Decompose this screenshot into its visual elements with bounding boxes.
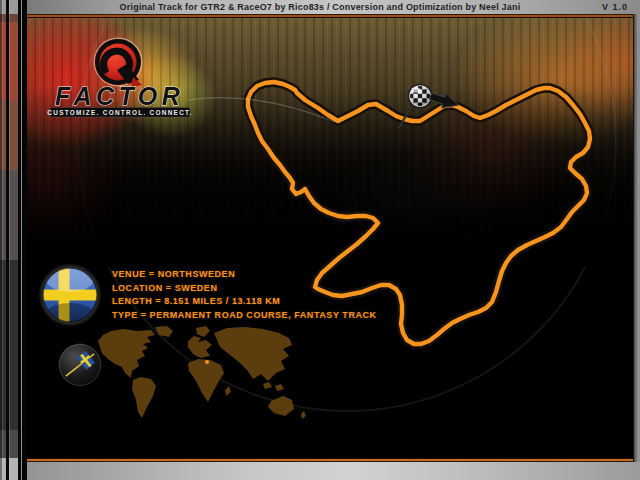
info-line-length: LENGTH = 8.151 MILES / 13.118 KM (112, 295, 377, 309)
right-rail (633, 14, 640, 462)
logo-circle (94, 38, 142, 87)
world-map (95, 326, 335, 426)
bottom-divider-line (0, 458, 640, 462)
info-line-location: LOCATION = SWEDEN (112, 282, 377, 296)
continent-europe (188, 336, 212, 358)
top-divider-line (0, 14, 640, 18)
continent-africa (188, 359, 224, 402)
logo-swoosh (188, 98, 335, 122)
island-newzealand (301, 411, 306, 419)
rfactor-logo: FACTOR CUSTOMIZE. CONTROL. CONNECT. (0, 0, 340, 140)
info-line-type: TYPE = PERMANENT ROAD COURSE, FANTASY TR… (112, 309, 377, 323)
continent-scandinavia (196, 326, 210, 337)
continent-greenland (155, 326, 173, 337)
bottom-bar (0, 462, 640, 480)
info-line-venue: VENUE = NORTHSWEDEN (112, 268, 377, 282)
island-newguinea (275, 384, 284, 391)
top-bar: Original Track for GTR2 & RaceO7 by Rico… (0, 0, 640, 14)
title-text: Original Track for GTR2 & RaceO7 by Rico… (120, 2, 521, 12)
continent-north-america (98, 329, 155, 378)
logo-tagline-ribbon: CUSTOMIZE. CONTROL. CONNECT. (47, 108, 192, 118)
version-text: V 1.0 (602, 2, 628, 12)
logo-brand-text: FACTOR (55, 82, 184, 110)
sweden-flag-badge (36, 261, 104, 329)
continent-south-america (132, 377, 156, 418)
track-info: VENUE = NORTHSWEDEN LOCATION = SWEDEN LE… (112, 268, 377, 322)
logo-tagline-text: CUSTOMIZE. CONTROL. CONNECT. (47, 109, 192, 116)
continent-australia (268, 396, 294, 416)
island-madagascar (225, 386, 231, 396)
left-rail-stripes (0, 0, 27, 480)
continent-asia (214, 327, 292, 381)
location-marker-dot (205, 360, 209, 364)
loading-screen: FACTOR CUSTOMIZE. CONTROL. CONNECT. (0, 0, 640, 480)
island-indonesia (263, 382, 272, 389)
